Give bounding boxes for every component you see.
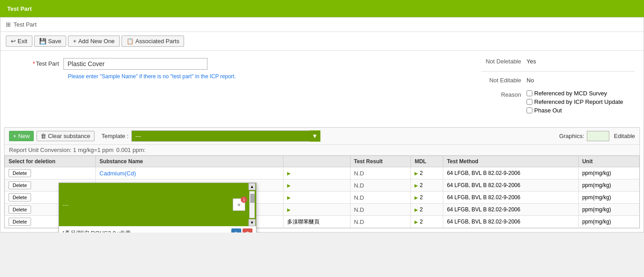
unit-cell: ppm(mg/kg) bbox=[578, 167, 639, 179]
add-icon: + bbox=[73, 38, 77, 45]
template-label: Template : bbox=[102, 133, 129, 139]
scroll-thumb bbox=[250, 194, 255, 203]
exit-icon: ↩ bbox=[11, 38, 16, 45]
clear-substance-button[interactable]: 🗑 Clear substance bbox=[36, 131, 94, 141]
test-method-cell: 64 LFGB, BVL B 82.02-9-2006 bbox=[443, 204, 579, 216]
test-method-cell: 64 LFGB, BVL B 82.02-9-2006 bbox=[443, 167, 579, 179]
associated-parts-icon: 📋 bbox=[126, 38, 134, 45]
substance-section: + New 🗑 Clear substance Template : --- ▼… bbox=[4, 127, 640, 228]
triangle-cell: ▶ bbox=[283, 204, 350, 216]
title-bar-label: Test Part bbox=[7, 5, 32, 12]
not-deletable-label: Not Deletable bbox=[482, 58, 527, 65]
test-part-input[interactable] bbox=[63, 58, 207, 70]
not-deletable-value: Yes bbox=[527, 58, 536, 65]
triangle-cell: ▶ bbox=[283, 179, 350, 192]
breadcrumb-label: Test Part bbox=[14, 21, 36, 28]
table-row: Delete Cadmium(Cd) ▶ N.D ▶ 2 64 LFGB, BV… bbox=[5, 167, 639, 179]
unit-row: Report Unit Conversion: 1 mg/kg=1 ppm 0.… bbox=[5, 145, 639, 156]
delete-cell: Delete bbox=[5, 167, 96, 179]
grid-icon: ⊞ bbox=[6, 21, 11, 28]
delete-row-button[interactable]: Delete bbox=[9, 169, 31, 177]
associated-parts-button[interactable]: 📋 Associated Parts bbox=[122, 36, 185, 47]
mcd-survey-label: Referenced by MCD Survey bbox=[534, 90, 607, 97]
mdl-cell: ▶ 2 bbox=[411, 179, 443, 192]
col-select: Select for deletion bbox=[5, 156, 96, 167]
col-test-result: Test Result bbox=[350, 156, 411, 167]
triangle-cell: ▶ bbox=[283, 167, 350, 179]
test-part-label: Test Part bbox=[9, 58, 63, 67]
save-icon: 💾 bbox=[39, 38, 46, 45]
graphics-input[interactable] bbox=[587, 131, 609, 141]
dropdown-search-input[interactable] bbox=[59, 199, 231, 210]
delete-row-button[interactable]: Delete bbox=[9, 206, 31, 214]
table-wrapper: + 1 ▲ ▼ [產品測試] ROHS2.0+鹵素 bbox=[5, 156, 639, 228]
chinese-name-cell: 多溴聯苯醚頁 bbox=[283, 216, 350, 228]
triangle-cell: ▶ bbox=[283, 192, 350, 204]
plus-icon: + bbox=[237, 201, 241, 208]
triangle-icon: ▶ bbox=[287, 183, 291, 188]
dropdown-add-button[interactable]: + 1 bbox=[233, 198, 245, 211]
icp-report-checkbox[interactable] bbox=[527, 99, 532, 105]
mdl-cell: ▶ 2 bbox=[411, 216, 443, 228]
delete-row-button[interactable]: Delete bbox=[9, 218, 31, 226]
triangle-icon: ▶ bbox=[287, 195, 291, 200]
new-label: + New bbox=[13, 133, 30, 139]
save-button[interactable]: 💾 Save bbox=[34, 36, 67, 47]
mdl-label: 0.001 ppm: bbox=[116, 147, 145, 153]
form-hint: Please enter "Sample Name" if there is n… bbox=[68, 73, 464, 80]
template-dropdown-overlay: + 1 ▲ ▼ [產品測試] ROHS2.0+鹵素 bbox=[59, 183, 257, 232]
mdl-cell: ▶ 2 bbox=[411, 192, 443, 204]
scroll-track bbox=[249, 191, 255, 218]
test-method-cell: 64 LFGB, BVL B 82.02-9-2006 bbox=[443, 179, 579, 192]
badge: 1 bbox=[241, 197, 247, 203]
col-unit: Unit bbox=[578, 156, 639, 167]
col-test-method: Test Method bbox=[443, 156, 579, 167]
phase-out-checkbox[interactable] bbox=[527, 107, 532, 113]
delete-row-button[interactable]: Delete bbox=[9, 193, 31, 201]
delete-row-button[interactable]: Delete bbox=[9, 181, 31, 189]
reason-label: Reason bbox=[482, 90, 527, 98]
unit-cell: ppm(mg/kg) bbox=[578, 216, 639, 228]
toolbar: ↩ Exit 💾 Save + Add New One 📋 Associated… bbox=[0, 32, 644, 51]
form-area: Test Part Please enter "Sample Name" if … bbox=[0, 51, 644, 127]
new-substance-button[interactable]: + New bbox=[9, 131, 34, 141]
test-result-cell: N.D bbox=[350, 167, 411, 179]
triangle-icon: ▶ bbox=[287, 207, 291, 212]
trash-icon: 🗑 bbox=[41, 133, 46, 139]
icp-report-row: Referenced by ICP Report Update bbox=[527, 98, 623, 105]
col-substance-name: Substance Name bbox=[96, 156, 284, 167]
dropdown-list: [產品測試] ROHS2.0+鹵素 ✎ 🗑 [Shared] 55555555 … bbox=[59, 226, 256, 232]
main-container: ⊞ Test Part ↩ Exit 💾 Save + Add New One … bbox=[0, 17, 644, 232]
not-editable-label: Not Editable bbox=[482, 77, 527, 84]
test-result-cell: N.D bbox=[350, 204, 411, 216]
test-result-cell: N.D bbox=[350, 192, 411, 204]
not-editable-value: No bbox=[527, 77, 534, 84]
mcd-survey-checkbox[interactable] bbox=[527, 90, 532, 96]
reason-checkboxes: Referenced by MCD Survey Referenced by I… bbox=[527, 90, 623, 114]
exit-button[interactable]: ↩ Exit bbox=[6, 36, 32, 47]
test-result-cell: N.D bbox=[350, 216, 411, 228]
unit-conversion-label: Report Unit Conversion: 1 mg/kg=1 ppm bbox=[9, 147, 113, 153]
title-bar: Test Part bbox=[0, 0, 644, 17]
delete-item-button[interactable]: 🗑 bbox=[243, 228, 252, 232]
scroll-down-button[interactable]: ▼ bbox=[248, 219, 256, 226]
list-item[interactable]: [產品測試] ROHS2.0+鹵素 ✎ 🗑 bbox=[59, 226, 256, 232]
triangle-icon: ▶ bbox=[287, 171, 291, 176]
col-chinese bbox=[283, 156, 350, 167]
reason-row: Reason Referenced by MCD Survey Referenc… bbox=[482, 90, 635, 114]
right-panel: Not Deletable Yes Not Editable No Reason… bbox=[473, 51, 644, 127]
test-method-cell: 64 LFGB, BVL B 82.02-9-2006 bbox=[443, 216, 579, 228]
phase-out-row: Phase Out bbox=[527, 107, 623, 114]
substance-name-link[interactable]: Cadmium(Cd) bbox=[99, 170, 136, 177]
breadcrumb: ⊞ Test Part bbox=[0, 18, 644, 32]
unit-cell: ppm(mg/kg) bbox=[578, 192, 639, 204]
template-select[interactable]: --- bbox=[131, 130, 320, 142]
template-select-container: --- ▼ bbox=[131, 130, 320, 142]
edit-item-button[interactable]: ✎ bbox=[231, 228, 241, 232]
scroll-up-button[interactable]: ▲ bbox=[248, 183, 256, 190]
add-new-button[interactable]: + Add New One bbox=[68, 36, 120, 47]
mdl-cell: ▶ 2 bbox=[411, 167, 443, 179]
unit-cell: ppm(mg/kg) bbox=[578, 179, 639, 192]
editable-label: Editable bbox=[614, 133, 635, 139]
not-editable-row: Not Editable No bbox=[482, 77, 635, 84]
